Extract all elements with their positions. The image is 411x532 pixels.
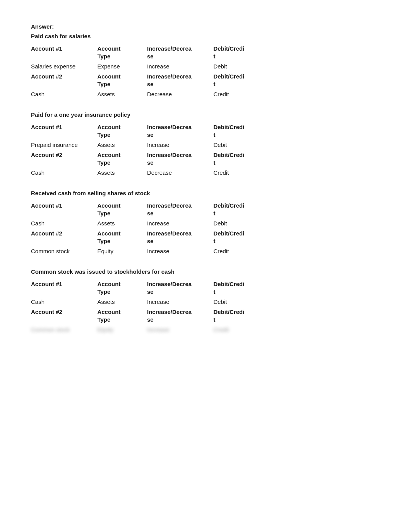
table-row-1-3: CashAssetsDecreaseCredit xyxy=(31,168,263,177)
account-table-1: Account #1AccountTypeIncrease/DecreaseDe… xyxy=(31,122,263,177)
table-row-0-0: Account #1AccountTypeIncrease/DecreaseDe… xyxy=(31,43,263,61)
table-row-3-1: CashAssetsIncreaseDebit xyxy=(31,297,263,307)
transaction-title-2: Received cash from selling shares of sto… xyxy=(31,190,380,196)
transaction-title-0: Paid cash for salaries xyxy=(31,33,380,39)
transaction-section-1: Paid for a one year insurance policyAcco… xyxy=(31,111,380,177)
table-row-2-2: Account #2AccountTypeIncrease/DecreaseDe… xyxy=(31,228,263,246)
table-row-0-2: Account #2AccountTypeIncrease/DecreaseDe… xyxy=(31,71,263,89)
answer-label: Answer: xyxy=(31,23,380,30)
table-row-2-3: Common stockEquityIncreaseCredit xyxy=(31,246,263,256)
table-row-2-0: Account #1AccountTypeIncrease/DecreaseDe… xyxy=(31,200,263,218)
transaction-section-0: Paid cash for salariesAccount #1AccountT… xyxy=(31,33,380,99)
account-table-0: Account #1AccountTypeIncrease/DecreaseDe… xyxy=(31,43,263,99)
table-row-0-3: CashAssetsDecreaseCredit xyxy=(31,89,263,99)
table-row-3-2: Account #2AccountTypeIncrease/DecreaseDe… xyxy=(31,307,263,325)
account-table-3: Account #1AccountTypeIncrease/DecreaseDe… xyxy=(31,279,263,334)
table-row-3-3: Common stockEquityIncreaseCredit xyxy=(31,325,263,334)
table-row-0-1: Salaries expenseExpenseIncreaseDebit xyxy=(31,61,263,71)
table-row-3-0: Account #1AccountTypeIncrease/DecreaseDe… xyxy=(31,279,263,297)
table-row-1-1: Prepaid insuranceAssetsIncreaseDebit xyxy=(31,140,263,150)
transaction-title-1: Paid for a one year insurance policy xyxy=(31,111,380,118)
table-row-2-1: CashAssetsIncreaseDebit xyxy=(31,218,263,228)
table-row-1-2: Account #2AccountTypeIncrease/DecreaseDe… xyxy=(31,150,263,168)
transaction-title-3: Common stock was issued to stockholders … xyxy=(31,268,380,275)
account-table-2: Account #1AccountTypeIncrease/DecreaseDe… xyxy=(31,200,263,256)
table-row-1-0: Account #1AccountTypeIncrease/DecreaseDe… xyxy=(31,122,263,140)
transaction-section-3: Common stock was issued to stockholders … xyxy=(31,268,380,334)
transaction-section-2: Received cash from selling shares of sto… xyxy=(31,190,380,256)
